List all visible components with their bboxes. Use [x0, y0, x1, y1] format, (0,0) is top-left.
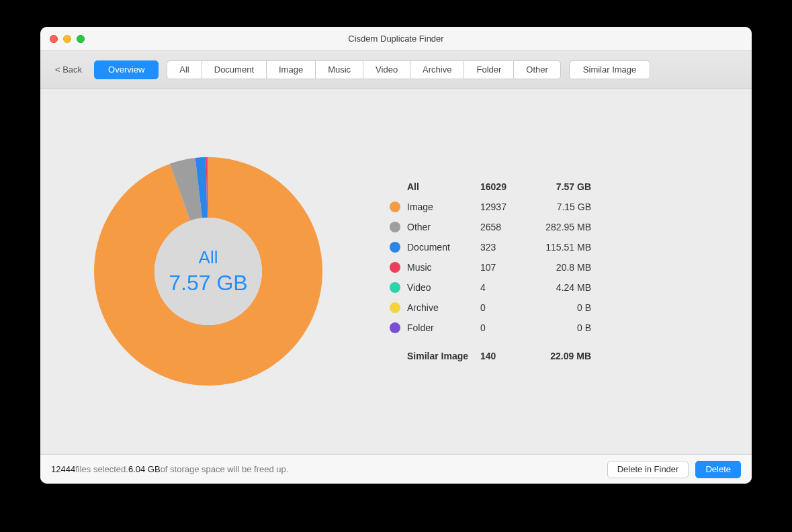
legend-label: Image	[407, 202, 480, 212]
tab-music[interactable]: Music	[315, 60, 363, 79]
content-area: All7.57 GB All160297.57 GBImage129377.15…	[40, 89, 752, 454]
legend-row: Document323115.51 MB	[390, 237, 591, 257]
legend-count: 0	[480, 322, 527, 333]
zoom-icon[interactable]	[77, 35, 85, 43]
window-title: Cisdem Duplicate Finder	[40, 34, 752, 44]
legend-label: Video	[407, 282, 480, 293]
legend-swatch	[390, 202, 400, 212]
legend-swatch	[390, 242, 400, 253]
legend-row: Archive00 B	[390, 298, 591, 318]
legend-count: 12937	[480, 202, 527, 212]
legend-size: 7.15 GB	[527, 202, 591, 212]
legend-count: 323	[480, 242, 527, 253]
legend-size: 0 B	[527, 322, 591, 333]
legend-row: Other2658282.95 MB	[390, 217, 591, 237]
tab-video[interactable]: Video	[363, 60, 410, 79]
legend-size: 4.24 MB	[527, 282, 591, 293]
legend: All160297.57 GBImage129377.15 GBOther265…	[349, 177, 725, 366]
legend-label: All	[407, 181, 480, 192]
legend-label: Document	[407, 242, 480, 253]
legend-swatch	[390, 302, 400, 313]
donut-center-title: All	[199, 247, 218, 267]
legend-size: 22.09 MB	[527, 351, 591, 361]
tab-overview[interactable]: Overview	[94, 60, 159, 79]
legend-label: Other	[407, 222, 480, 232]
donut-chart: All7.57 GB	[67, 150, 349, 392]
freed-text: of storage space will be freed up.	[161, 464, 289, 474]
freed-size: 6.04 GB	[128, 464, 161, 474]
legend-size: 7.57 GB	[527, 181, 591, 192]
close-icon[interactable]	[50, 35, 58, 43]
app-window: Cisdem Duplicate Finder < Back Overview …	[40, 27, 752, 484]
minimize-icon[interactable]	[63, 35, 71, 43]
status-bar: 12444 files selected. 6.04 GB of storage…	[40, 454, 752, 484]
legend-count: 16029	[480, 181, 527, 192]
legend-count: 2658	[480, 222, 527, 232]
legend-label: Similar Image	[407, 351, 480, 361]
selected-text: files selected.	[75, 464, 128, 474]
legend-row: Folder00 B	[390, 318, 591, 338]
legend-swatch	[390, 322, 400, 333]
legend-swatch	[390, 282, 400, 293]
legend-size: 20.8 MB	[527, 262, 591, 273]
legend-label: Folder	[407, 322, 480, 333]
legend-row: Video44.24 MB	[390, 277, 591, 298]
legend-count: 107	[480, 262, 527, 273]
toolbar: < Back Overview All Document Image Music…	[40, 51, 752, 89]
legend-row: Similar Image14022.09 MB	[390, 346, 591, 366]
legend-swatch	[390, 262, 400, 273]
legend-row: Image129377.15 GB	[390, 197, 591, 217]
legend-swatch	[390, 222, 400, 232]
selected-count: 12444	[51, 464, 75, 474]
legend-label: Archive	[407, 302, 480, 313]
delete-button[interactable]: Delete	[695, 461, 741, 478]
legend-row: All160297.57 GB	[390, 177, 591, 197]
tab-other[interactable]: Other	[513, 60, 561, 79]
back-button[interactable]: < Back	[51, 62, 86, 77]
category-tabs: All Document Image Music Video Archive F…	[167, 60, 561, 79]
title-bar: Cisdem Duplicate Finder	[40, 27, 752, 51]
legend-size: 0 B	[527, 302, 591, 313]
tab-folder[interactable]: Folder	[464, 60, 513, 79]
tab-archive[interactable]: Archive	[410, 60, 464, 79]
delete-in-finder-button[interactable]: Delete in Finder	[607, 461, 689, 478]
legend-size: 115.51 MB	[527, 242, 591, 253]
legend-count: 4	[480, 282, 527, 293]
legend-row: Music10720.8 MB	[390, 257, 591, 277]
tab-similar-image[interactable]: Similar Image	[569, 60, 650, 79]
tab-all[interactable]: All	[167, 60, 201, 79]
legend-count: 0	[480, 302, 527, 313]
legend-label: Music	[407, 262, 480, 273]
legend-count: 140	[480, 351, 527, 361]
legend-size: 282.95 MB	[527, 222, 591, 232]
donut-center-size: 7.57 GB	[169, 271, 247, 295]
tab-document[interactable]: Document	[202, 60, 266, 79]
traffic-lights	[40, 35, 85, 43]
tab-image[interactable]: Image	[266, 60, 315, 79]
